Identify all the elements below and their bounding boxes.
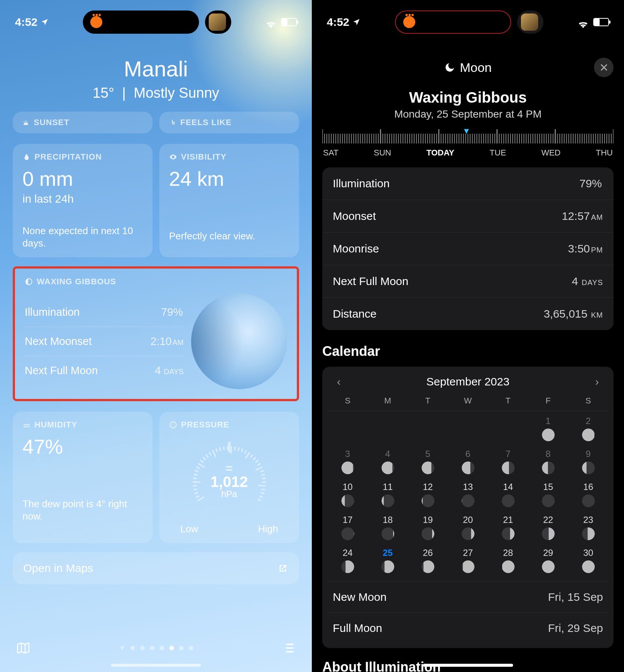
- precip-value: 0 mm: [22, 167, 143, 190]
- detail-label: Distance: [333, 308, 377, 320]
- gauge-icon: [169, 421, 177, 429]
- vis-desc: Perfectly clear view.: [169, 230, 289, 242]
- calendar-day[interactable]: 15: [528, 477, 568, 510]
- calendar-day[interactable]: 13: [448, 477, 488, 510]
- status-bar: 4:52: [0, 10, 312, 34]
- calendar-day[interactable]: 28: [488, 543, 528, 576]
- detail-label: Moonrise: [333, 242, 379, 255]
- temp-value: 15°: [93, 85, 114, 101]
- list-icon[interactable]: [281, 641, 296, 656]
- drop-icon: [22, 153, 31, 161]
- moon-row-label: Illumination: [25, 306, 80, 318]
- moon-calendar: ‹ September 2023 › SMTWTFS 1234567891011…: [322, 367, 614, 648]
- vis-value: 24 km: [169, 167, 289, 190]
- detail-label: Next Full Moon: [333, 275, 409, 288]
- calendar-day[interactable]: 12: [408, 477, 448, 510]
- moon-detail-screen: 4:52 Moon ✕ Waxing Gibbous Monday, 25 Se…: [312, 0, 624, 672]
- visibility-card[interactable]: VISIBILITY 24 km Perfectly clear view.: [159, 144, 299, 257]
- calendar-day[interactable]: 14: [488, 477, 528, 510]
- sunset-icon: [22, 118, 30, 127]
- pressure-card[interactable]: PRESSURE =1,012hPa LowHigh: [159, 412, 299, 543]
- calendar-day[interactable]: 26: [408, 543, 448, 576]
- calendar-day[interactable]: 23: [568, 510, 608, 543]
- calendar-day[interactable]: 4: [368, 444, 408, 477]
- calendar-day[interactable]: 24: [328, 543, 368, 576]
- status-time: 4:52: [327, 16, 361, 28]
- close-button[interactable]: ✕: [594, 58, 614, 77]
- moon-row-illumination: Illumination79%: [25, 298, 184, 327]
- thermometer-icon: [168, 118, 177, 127]
- detail-row: Moonrise3:50PM: [322, 233, 614, 265]
- detail-value: 3:50: [568, 242, 590, 255]
- calendar-day[interactable]: 8: [528, 444, 568, 477]
- map-icon[interactable]: [16, 641, 31, 656]
- calendar-dow: T: [488, 393, 528, 411]
- feels-like-card[interactable]: FEELS LIKE: [159, 112, 299, 133]
- precip-sub: in last 24h: [22, 193, 143, 205]
- condition-text: Mostly Sunny: [134, 85, 219, 101]
- keydate-row: Full MoonFri, 29 Sep: [328, 612, 608, 644]
- eye-icon: [169, 153, 177, 161]
- calendar-day[interactable]: 11: [368, 477, 408, 510]
- calendar-day[interactable]: 9: [568, 444, 608, 477]
- home-indicator[interactable]: [111, 664, 201, 667]
- calendar-day[interactable]: 19: [408, 510, 448, 543]
- calendar-day[interactable]: 2: [568, 411, 608, 444]
- calendar-month: September 2023: [426, 375, 510, 388]
- calendar-prev[interactable]: ‹: [331, 374, 346, 389]
- calendar-day[interactable]: 3: [328, 444, 368, 477]
- calendar-day[interactable]: 20: [448, 510, 488, 543]
- calendar-day[interactable]: 21: [488, 510, 528, 543]
- calendar-day[interactable]: 18: [368, 510, 408, 543]
- open-maps-label: Open in Maps: [23, 562, 93, 575]
- detail-label: Moonset: [333, 210, 376, 223]
- dynamic-island-avatar[interactable]: [517, 10, 543, 34]
- open-in-maps[interactable]: Open in Maps: [13, 552, 299, 584]
- sheet-header: Moon ✕: [322, 56, 614, 79]
- moon-row-moonset: Next Moonset2:10AM: [25, 327, 184, 356]
- day-ruler[interactable]: ▼: [322, 127, 614, 146]
- humidity-card[interactable]: HUMIDITY 47% The dew point is 4° right n…: [13, 412, 153, 543]
- sunset-card[interactable]: SUNSET: [13, 112, 153, 133]
- calendar-day[interactable]: 6: [448, 444, 488, 477]
- keydate-label: New Moon: [333, 591, 386, 603]
- moon-row-label: Next Moonset: [25, 335, 92, 348]
- calendar-day[interactable]: 17: [328, 510, 368, 543]
- calendar-day[interactable]: 29: [528, 543, 568, 576]
- dynamic-island-avatar[interactable]: [205, 10, 231, 34]
- humidity-desc: The dew point is 4° right now.: [22, 498, 143, 522]
- pressure-unit: hPa: [221, 489, 237, 499]
- moon-card[interactable]: WAXING GIBBOUS Illumination79% Next Moon…: [13, 266, 299, 401]
- moon-title: WAXING GIBBOUS: [37, 277, 116, 287]
- dynamic-island[interactable]: [83, 10, 199, 34]
- calendar-day[interactable]: 22: [528, 510, 568, 543]
- calendar-day[interactable]: 30: [568, 543, 608, 576]
- page-dots[interactable]: [118, 645, 193, 651]
- humidity-value: 47%: [22, 435, 143, 458]
- location-icon: [352, 18, 361, 26]
- wifi-icon: [265, 18, 277, 26]
- calendar-next[interactable]: ›: [590, 374, 605, 389]
- location-icon: [40, 18, 49, 26]
- calendar-day[interactable]: 5: [408, 444, 448, 477]
- calendar-day[interactable]: 27: [448, 543, 488, 576]
- calendar-body: 1234567891011121314151617181920212223242…: [328, 411, 608, 576]
- home-indicator[interactable]: [423, 664, 513, 667]
- calendar-day[interactable]: 7: [488, 444, 528, 477]
- calendar-day[interactable]: 16: [568, 477, 608, 510]
- calendar-day[interactable]: 1: [528, 411, 568, 444]
- calendar-dow: M: [368, 393, 408, 411]
- calendar-day[interactable]: 25: [368, 543, 408, 576]
- vis-title: VISIBILITY: [181, 152, 226, 162]
- detail-value: 12:57: [562, 210, 590, 222]
- keydate-row: New MoonFri, 15 Sep: [328, 581, 608, 612]
- calendar-dow: F: [528, 393, 568, 411]
- ruler-day: SUN: [374, 148, 391, 158]
- calendar-dow: W: [448, 393, 488, 411]
- moon-row-value: 79%: [161, 306, 183, 318]
- dynamic-island[interactable]: [395, 10, 511, 34]
- external-link-icon: [277, 563, 289, 574]
- precipitation-card[interactable]: PRECIPITATION 0 mm in last 24h None expe…: [13, 144, 153, 257]
- ruler-day: THU: [596, 148, 613, 158]
- calendar-day[interactable]: 10: [328, 477, 368, 510]
